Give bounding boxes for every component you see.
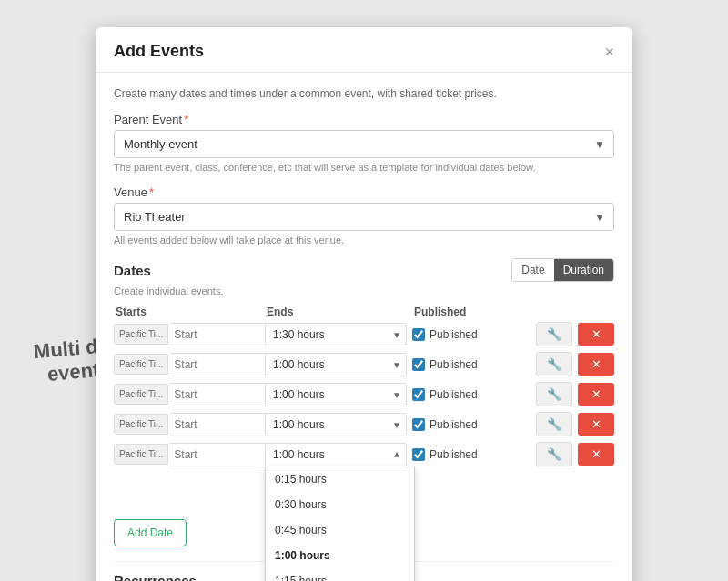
- published-checkbox-3[interactable]: [412, 388, 425, 401]
- dates-section-header: Dates Date Duration: [114, 258, 614, 282]
- published-cell-5: Published: [412, 448, 531, 461]
- dates-section-title: Dates: [114, 263, 151, 278]
- published-cell-2: Published: [412, 358, 531, 371]
- parent-event-select[interactable]: Monthly event: [114, 130, 614, 158]
- delete-button-1[interactable]: ✕: [578, 323, 614, 346]
- ends-cell-1: 1:30 hours ▼: [265, 323, 407, 346]
- parent-event-required: *: [184, 113, 188, 126]
- wrench-button-4[interactable]: 🔧: [536, 412, 572, 436]
- modal-title: Add Events: [114, 42, 204, 61]
- ends-select-1[interactable]: 1:30 hours: [265, 323, 407, 346]
- published-header: Published: [412, 306, 531, 318]
- ends-cell-3: 1:00 hours ▼: [265, 383, 407, 406]
- published-label-5: Published: [430, 448, 478, 461]
- delete-button-4[interactable]: ✕: [578, 413, 614, 436]
- actions-header: [536, 306, 572, 318]
- dates-header-row: Starts Ends Published: [114, 306, 614, 318]
- ends-cell-2: 1:00 hours ▼: [265, 353, 407, 376]
- parent-event-select-wrapper: Monthly event ▼: [114, 130, 614, 158]
- add-events-modal: Add Events × Create many dates and times…: [96, 27, 632, 581]
- timezone-badge-5: Pacific Ti...: [114, 444, 168, 465]
- wrench-button-1[interactable]: 🔧: [536, 322, 572, 346]
- list-item[interactable]: 0:30 hours: [266, 492, 414, 517]
- published-label-2: Published: [430, 358, 478, 371]
- delete-button-3[interactable]: ✕: [578, 383, 614, 406]
- date-duration-toggle: Date Duration: [511, 258, 614, 282]
- table-row: Pacific Ti... 📅 1:00 hours ▼ Published: [114, 352, 614, 376]
- duration-dropdown: 0:15 hours 0:30 hours 0:45 hours 1:00 ho…: [265, 466, 415, 582]
- delete-header: [578, 306, 614, 318]
- table-row: Pacific Ti... 📅 1:30 hours ▼ Published: [114, 322, 614, 346]
- wrench-button-3[interactable]: 🔧: [536, 382, 572, 406]
- ends-select-3[interactable]: 1:00 hours: [265, 383, 407, 406]
- published-cell-1: Published: [412, 328, 531, 341]
- parent-event-group: Parent Event * Monthly event ▼ The paren…: [114, 113, 614, 173]
- published-checkbox-1[interactable]: [412, 328, 425, 341]
- venue-label: Venue *: [114, 185, 614, 199]
- published-cell-4: Published: [412, 418, 531, 431]
- ends-cell-4: 1:00 hours ▼: [265, 413, 407, 436]
- venue-hint: All events added below will take place a…: [114, 235, 614, 245]
- ends-select-4[interactable]: 1:00 hours: [265, 413, 407, 436]
- wrench-button-2[interactable]: 🔧: [536, 352, 572, 376]
- list-item[interactable]: 1:00 hours: [266, 543, 414, 568]
- duration-toggle-button[interactable]: Duration: [554, 259, 613, 281]
- parent-event-label: Parent Event *: [114, 113, 614, 126]
- published-checkbox-4[interactable]: [412, 418, 425, 431]
- published-label-3: Published: [430, 388, 478, 401]
- list-item[interactable]: 1:15 hours: [266, 568, 414, 582]
- venue-group: Venue * Rio Theater ▼ All events added b…: [114, 185, 614, 245]
- published-label-4: Published: [430, 418, 478, 431]
- list-item[interactable]: 0:45 hours: [266, 517, 414, 543]
- starts-cell-2: Pacific Ti... 📅: [114, 353, 259, 376]
- timezone-badge-3: Pacific Ti...: [114, 384, 168, 405]
- published-label-1: Published: [430, 328, 478, 341]
- delete-button-2[interactable]: ✕: [578, 353, 614, 376]
- modal-body: Create many dates and times under a comm…: [96, 73, 632, 581]
- venue-select[interactable]: Rio Theater: [114, 203, 614, 231]
- timezone-badge-4: Pacific Ti...: [114, 414, 168, 435]
- timezone-badge-2: Pacific Ti...: [114, 354, 168, 375]
- starts-cell-1: Pacific Ti... 📅: [114, 323, 259, 346]
- ends-select-2[interactable]: 1:00 hours: [265, 353, 407, 376]
- table-row: Pacific Ti... 📅 ▼ 0:15 hours 0:30 hours: [114, 442, 614, 466]
- dropdown-scroll: 0:15 hours 0:30 hours 0:45 hours 1:00 ho…: [266, 466, 414, 582]
- modal-close-button[interactable]: ×: [604, 44, 614, 60]
- dates-grid: Starts Ends Published Pacific Ti... 📅: [114, 306, 614, 546]
- starts-cell-5: Pacific Ti... 📅: [114, 443, 259, 466]
- published-cell-3: Published: [412, 388, 531, 401]
- published-checkbox-2[interactable]: [412, 358, 425, 371]
- timezone-badge-1: Pacific Ti...: [114, 324, 168, 345]
- ends-input-5[interactable]: [265, 443, 407, 466]
- ends-header: Ends: [265, 306, 407, 318]
- venue-select-wrapper: Rio Theater ▼: [114, 203, 614, 231]
- table-row: Pacific Ti... 📅 1:00 hours ▼ Published: [114, 382, 614, 406]
- delete-button-5[interactable]: ✕: [578, 443, 614, 466]
- modal-header: Add Events ×: [96, 27, 632, 73]
- starts-header: Starts: [114, 306, 259, 318]
- starts-cell-3: Pacific Ti... 📅: [114, 383, 259, 406]
- published-checkbox-5[interactable]: [412, 448, 425, 461]
- list-item[interactable]: 0:15 hours: [266, 466, 414, 492]
- date-toggle-button[interactable]: Date: [512, 259, 553, 281]
- venue-required: *: [149, 185, 154, 199]
- ends-cell-5: ▼ 0:15 hours 0:30 hours 0:45 hours 1:00 …: [265, 443, 407, 466]
- table-row: Pacific Ti... 📅 1:00 hours ▼ Published: [114, 412, 614, 436]
- dates-section-subtitle: Create individual events.: [114, 285, 614, 296]
- parent-event-hint: The parent event, class, conference, etc…: [114, 162, 614, 173]
- wrench-button-5[interactable]: 🔧: [536, 442, 572, 466]
- modal-description: Create many dates and times under a comm…: [114, 87, 614, 100]
- add-date-button[interactable]: Add Date: [114, 519, 187, 546]
- starts-cell-4: Pacific Ti... 📅: [114, 413, 259, 436]
